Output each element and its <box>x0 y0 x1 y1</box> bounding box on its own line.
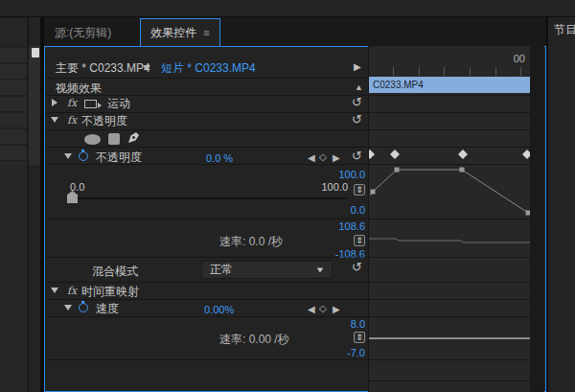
opacity-velocity-label: 速率: 0.0 /秒 <box>219 235 283 248</box>
row-divider <box>45 257 368 258</box>
clip-name-link[interactable]: 短片 * C0233.MP4 <box>161 61 256 75</box>
list-item[interactable] <box>0 48 27 63</box>
motion-effect-label[interactable]: 运动 <box>107 97 130 110</box>
blend-mode-select[interactable]: 正常 <box>201 261 333 279</box>
fx-badge: fx <box>67 114 77 127</box>
left-panel-body <box>0 161 27 392</box>
row-divider <box>45 359 368 360</box>
fx-badge: fx <box>67 97 77 110</box>
expand-motion-icon[interactable] <box>52 99 58 106</box>
next-keyframe-icon[interactable]: ▶ <box>333 151 340 165</box>
effect-timeline: 00 C0233.MP4 <box>369 46 530 392</box>
opacity-effect-label[interactable]: 不透明度 <box>81 114 127 127</box>
clip-thumbnail-icon <box>32 48 39 58</box>
row-divider <box>45 129 368 130</box>
left-panel-header <box>0 19 27 46</box>
row-divider <box>45 282 368 283</box>
chevron-down-icon[interactable] <box>143 65 150 71</box>
stopwatch-toggle-icon[interactable] <box>79 303 88 312</box>
row-divider <box>45 219 368 219</box>
speed-scale-max: 8.0 <box>307 317 365 331</box>
keyframe-graphs[interactable] <box>369 46 530 392</box>
opacity-slider-track[interactable] <box>67 197 348 199</box>
pen-mask-icon[interactable] <box>126 130 141 145</box>
keyframe-diamonds <box>369 150 530 159</box>
chevron-down-icon <box>317 267 324 272</box>
fx-badge: fx <box>67 285 77 298</box>
collapse-speed-icon[interactable] <box>64 305 72 311</box>
left-panel-rows <box>29 46 40 165</box>
stopwatch-toggle-icon[interactable] <box>79 151 88 161</box>
list-item[interactable] <box>0 97 27 112</box>
time-remap-label[interactable]: 时间重映射 <box>81 285 139 298</box>
next-keyframe-icon[interactable]: ▶ <box>333 303 340 316</box>
list-item[interactable] <box>0 113 27 128</box>
reset-icon[interactable]: ↺ <box>352 96 362 108</box>
speed-velocity-label: 速率: 0.00 /秒 <box>219 333 289 346</box>
expand-graph-icon[interactable]: ⇕ <box>354 184 365 196</box>
left-project-panel-edge <box>0 17 27 392</box>
expand-graph-icon[interactable]: ⇕ <box>354 235 365 246</box>
master-clip-label[interactable]: 主要 * C0233.MP4 <box>56 61 150 75</box>
opacity-param-label: 不透明度 <box>96 150 142 164</box>
left-panel-column <box>29 17 40 392</box>
reset-icon[interactable]: ↺ <box>352 113 362 126</box>
program-panel-label[interactable]: 节目 <box>554 23 575 36</box>
row-divider <box>45 164 368 165</box>
speed-value[interactable]: 0.00% <box>204 303 234 316</box>
video-effects-heading: 视频效果 <box>56 81 102 95</box>
premiere-workspace: 源:(无剪辑) 效果控件 ≡ 节目 主要 * C0233.MP4 短片 * C0… <box>0 0 575 392</box>
reset-icon[interactable]: ↺ <box>352 150 362 162</box>
prev-keyframe-icon[interactable]: ◀ <box>308 151 315 165</box>
velocity-scale-min: -108.6 <box>307 247 365 261</box>
add-keyframe-icon[interactable]: ◇ <box>319 150 327 164</box>
tab-effect-controls-label: 效果控件 <box>150 25 196 41</box>
opacity-value[interactable]: 0.0 % <box>206 151 233 165</box>
collapse-section-icon[interactable]: ▲ <box>355 81 363 94</box>
list-item[interactable] <box>0 146 27 161</box>
row-divider <box>45 95 368 96</box>
velocity-scale-max: 108.6 <box>307 219 365 233</box>
row-divider <box>45 299 368 300</box>
row-divider <box>45 316 368 317</box>
add-keyframe-icon[interactable]: ◇ <box>319 302 327 315</box>
ellipse-mask-icon[interactable] <box>84 134 101 145</box>
slider-max-label: 100.0 <box>300 180 348 194</box>
collapse-param-icon[interactable] <box>64 153 72 159</box>
list-item[interactable] <box>0 81 27 96</box>
window-top-strip <box>0 0 575 17</box>
speed-param-label: 速度 <box>96 302 119 315</box>
blend-mode-label: 混合模式 <box>92 265 138 278</box>
graph-scale-max: 100.0 <box>307 168 365 181</box>
header-next-icon[interactable]: ▶ <box>354 60 361 74</box>
panel-menu-icon[interactable]: ≡ <box>203 27 209 38</box>
program-panel-edge <box>548 17 575 392</box>
list-item[interactable] <box>0 64 27 80</box>
motion-transform-icon <box>84 100 97 108</box>
divider <box>45 78 368 79</box>
graph-handles <box>371 168 531 216</box>
row-divider <box>45 147 368 148</box>
tab-source[interactable]: 源:(无剪辑) <box>55 26 111 39</box>
tab-effect-controls[interactable]: 效果控件 ≡ <box>140 18 220 46</box>
blend-mode-value: 正常 <box>210 262 233 278</box>
collapse-timeremap-icon[interactable] <box>51 288 58 293</box>
rect-mask-icon[interactable] <box>108 133 120 145</box>
expand-graph-icon[interactable]: ⇕ <box>354 332 365 343</box>
timeline-right-gutter <box>530 46 544 392</box>
prev-keyframe-icon[interactable]: ◀ <box>308 303 315 316</box>
graph-scale-min: 0.0 <box>307 203 365 217</box>
row-divider <box>45 112 368 113</box>
reset-icon[interactable]: ↺ <box>352 261 362 273</box>
collapse-opacity-icon[interactable] <box>51 117 58 123</box>
list-item[interactable] <box>0 129 27 145</box>
speed-scale-min: -7.0 <box>307 346 365 359</box>
